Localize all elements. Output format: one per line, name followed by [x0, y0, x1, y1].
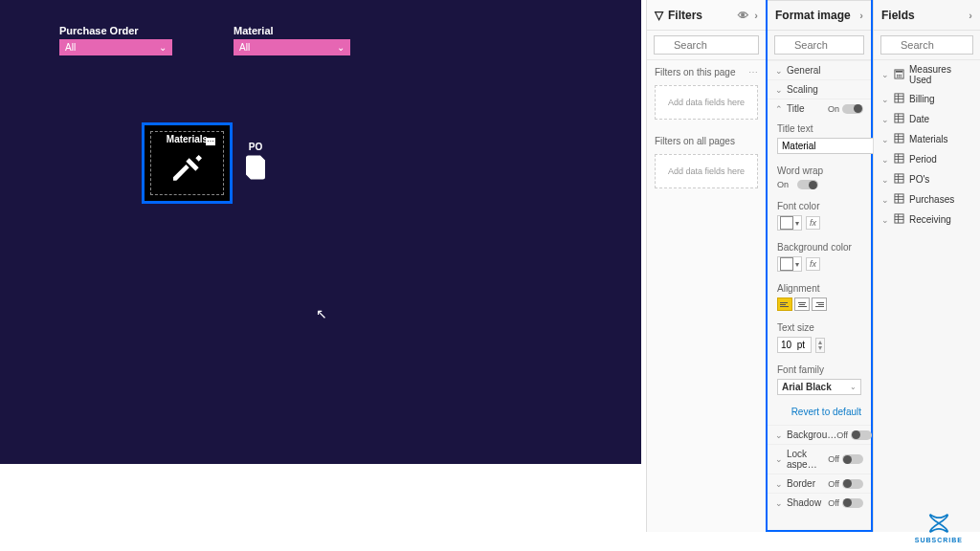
format-group-title[interactable]: ⌃TitleOn — [768, 99, 871, 118]
format-group-lock-aspect[interactable]: ⌄Lock aspe…Off — [768, 444, 871, 474]
table-icon — [894, 153, 904, 165]
format-group-shadow[interactable]: ⌄ShadowOff — [768, 493, 871, 512]
document-icon — [241, 152, 270, 183]
svg-rect-1 — [896, 70, 902, 72]
svg-rect-12 — [895, 114, 903, 122]
svg-point-5 — [897, 76, 898, 77]
report-canvas: Purchase Order All ⌄ Material All ⌄ Mate… — [0, 0, 641, 464]
chevron-down-icon: ⌄ — [775, 479, 783, 489]
field-table-purchases[interactable]: ⌄Purchases — [874, 189, 980, 209]
chevron-down-icon: ⌄ — [881, 215, 889, 225]
dna-icon — [925, 512, 952, 535]
font-family-select[interactable]: Arial Black⌄ — [777, 379, 861, 395]
field-table-materials[interactable]: ⌄Materials — [874, 129, 980, 149]
font-color-label: Font color — [768, 195, 871, 213]
svg-rect-28 — [895, 194, 903, 203]
selected-visual-materials[interactable]: Materials ⋯ — [142, 122, 233, 204]
chevron-down-icon: ⌄ — [337, 42, 345, 53]
table-icon — [894, 193, 904, 206]
table-icon — [894, 173, 904, 186]
fields-search-input[interactable] — [880, 35, 973, 55]
alignment-label: Alignment — [768, 277, 871, 296]
field-label: Purchases — [909, 194, 954, 205]
field-label: Period — [909, 154, 937, 165]
calculator-icon — [894, 69, 904, 81]
align-center-button[interactable] — [794, 298, 810, 311]
tile-title: Materials — [167, 134, 208, 144]
slicer-label-material: Material — [234, 25, 274, 36]
svg-rect-32 — [895, 214, 903, 223]
fields-header: Fields › — [874, 0, 980, 31]
slicer-value: All — [65, 42, 76, 53]
toggle-background[interactable] — [851, 430, 872, 440]
filters-page-dropzone[interactable]: Add data fields here — [655, 85, 758, 120]
filters-search-input[interactable] — [654, 35, 759, 55]
align-right-button[interactable] — [812, 298, 827, 311]
visibility-icon[interactable]: 👁 — [738, 10, 748, 21]
chevron-down-icon: ⌄ — [775, 498, 783, 508]
field-table-period[interactable]: ⌄Period — [874, 149, 980, 169]
field-label: PO's — [909, 174, 929, 185]
text-size-input[interactable] — [777, 337, 812, 353]
field-label: Materials — [909, 134, 948, 144]
slicer-dropdown-material[interactable]: All ⌄ — [234, 39, 350, 55]
font-color-picker[interactable]: ▾ — [777, 215, 802, 231]
filters-title: Filters — [668, 9, 702, 22]
slicer-dropdown-purchase-order[interactable]: All ⌄ — [59, 39, 172, 55]
table-icon — [894, 93, 904, 105]
toggle-lock-aspect[interactable] — [842, 454, 863, 464]
align-left-button[interactable] — [777, 298, 792, 311]
field-table-receiving[interactable]: ⌄Receiving — [874, 209, 980, 230]
format-search-input[interactable] — [774, 35, 864, 55]
fx-button[interactable]: fx — [806, 257, 820, 271]
chevron-right-icon[interactable]: › — [754, 10, 758, 21]
toggle-shadow[interactable] — [842, 498, 863, 508]
bg-color-picker[interactable]: ▾ — [777, 256, 802, 272]
field-label: Date — [909, 114, 929, 124]
fields-title: Fields — [881, 9, 915, 22]
ellipsis-icon[interactable]: ⋯ — [748, 67, 758, 77]
toggle-title[interactable] — [842, 104, 863, 114]
stepper-buttons[interactable]: ▴▾ — [815, 338, 825, 353]
chevron-down-icon: ⌄ — [881, 70, 889, 79]
svg-rect-24 — [895, 174, 903, 183]
toggle-border[interactable] — [842, 479, 863, 489]
ellipsis-icon[interactable]: ⋯ — [206, 138, 215, 145]
format-group-border[interactable]: ⌄BorderOff — [768, 474, 871, 493]
format-group-background[interactable]: ⌄Backgrou…Off — [768, 425, 871, 444]
svg-rect-16 — [895, 134, 903, 143]
field-table-date[interactable]: ⌄Date — [874, 109, 980, 129]
svg-rect-8 — [895, 94, 903, 102]
chevron-right-icon[interactable]: › — [969, 10, 972, 21]
revert-to-default[interactable]: Revert to default — [768, 401, 871, 425]
chevron-down-icon: ⌄ — [775, 66, 783, 76]
format-group-scaling[interactable]: ⌄Scaling — [768, 79, 871, 99]
slicer-value: All — [239, 42, 250, 53]
hammer-icon — [168, 150, 207, 188]
chevron-down-icon: ⌄ — [775, 430, 783, 440]
subscribe-badge[interactable]: SUBSCRIBE — [915, 512, 963, 543]
tile-po[interactable]: PO — [241, 142, 270, 183]
chevron-down-icon: ⌄ — [775, 85, 783, 95]
format-group-general[interactable]: ⌄General — [768, 60, 871, 79]
field-table-billing[interactable]: ⌄Billing — [874, 89, 980, 109]
chevron-right-icon[interactable]: › — [859, 10, 863, 21]
toggle-word-wrap[interactable] — [797, 180, 818, 189]
filters-allpages-dropzone[interactable]: Add data fields here — [655, 154, 758, 188]
text-size-label: Text size — [768, 317, 871, 335]
slicer-label-purchase-order: Purchase Order — [59, 25, 139, 36]
tile-label: PO — [249, 142, 262, 152]
format-panel: Format image › ⌄General ⌄Scaling ⌃TitleO… — [766, 0, 873, 532]
cursor-icon: ↖ — [316, 306, 327, 321]
svg-point-7 — [901, 76, 902, 77]
chevron-down-icon: ⌄ — [881, 95, 889, 104]
table-icon — [894, 213, 904, 226]
fx-button[interactable]: fx — [806, 216, 820, 230]
chevron-down-icon: ⌄ — [881, 155, 889, 165]
filters-panel: ▽Filters 👁› Filters on this page⋯ Add da… — [646, 0, 766, 532]
filters-on-all-pages-label: Filters on all pages — [647, 129, 766, 150]
chevron-down-icon: ⌄ — [881, 115, 889, 124]
field-label: Measures Used — [909, 64, 972, 85]
field-table-measures-used[interactable]: ⌄Measures Used — [874, 60, 980, 89]
field-table-po-s[interactable]: ⌄PO's — [874, 169, 980, 189]
